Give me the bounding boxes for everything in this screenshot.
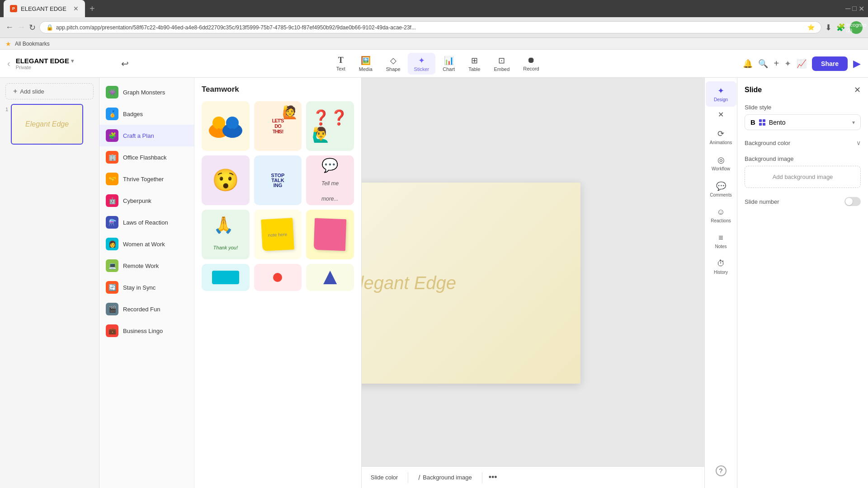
sticker-item-2[interactable]: LET'SDOTHIS! 🙋: [254, 101, 302, 151]
bookmarks-label[interactable]: All Bookmarks: [15, 41, 50, 47]
project-name[interactable]: ELEGANT EDGE ▾: [16, 57, 74, 65]
toolbar: T Text 🖼️ Media ◇ Shape ✦ Sticker 📊 Char…: [138, 53, 737, 75]
media-icon: 🖼️: [361, 56, 371, 66]
minimize-button[interactable]: ─: [845, 5, 850, 13]
category-item-stay-in-sync[interactable]: 🔄 Stay in Sync: [99, 277, 194, 298]
right-panel-item-help[interactable]: ?: [706, 461, 736, 481]
back-button[interactable]: ←: [5, 23, 14, 32]
category-item-remote-work[interactable]: 💻 Remote Work: [99, 255, 194, 277]
close-window-button[interactable]: ✕: [859, 5, 864, 13]
bottom-divider-3: [482, 472, 482, 483]
category-item-laws-of-reaction[interactable]: ⚗️ Laws of Reaction: [99, 211, 194, 233]
category-item-cyberpunk[interactable]: 🤖 Cyberpunk: [99, 190, 194, 211]
app-body: + Add slide 1 Elegant Edge Elegant Edge: [0, 78, 868, 488]
sticker-item-8[interactable]: note here: [254, 210, 302, 259]
bell-icon[interactable]: 🔔: [743, 59, 753, 69]
right-panel-item-design[interactable]: ✦ Design: [706, 81, 736, 107]
toolbar-item-sticker[interactable]: ✦ Sticker: [408, 53, 436, 75]
bg-color-section: Background color ∨: [745, 139, 861, 146]
right-panel-item-history[interactable]: ⏱ History: [706, 254, 736, 279]
toolbar-item-shape[interactable]: ◇ Shape: [380, 53, 407, 75]
sticker-item-10[interactable]: [202, 264, 250, 291]
bg-color-label: Background color: [745, 140, 790, 146]
props-close-button[interactable]: ✕: [854, 85, 861, 95]
category-item-graph-monsters[interactable]: 👾 Graph Monsters: [99, 81, 194, 103]
slide-color-button[interactable]: Slide color: [364, 471, 405, 483]
slide-number-toggle[interactable]: [844, 197, 861, 206]
right-panel-item-reactions[interactable]: ☺ Reactions: [706, 203, 736, 228]
right-panel-item-workflow[interactable]: ◎ Workflow: [706, 150, 736, 176]
category-item-recorded-fun[interactable]: 🎬 Recorded Fun: [99, 298, 194, 320]
extensions-button[interactable]: 🧩: [836, 23, 845, 32]
forward-button[interactable]: →: [17, 23, 25, 32]
category-item-office-flashback[interactable]: 🏢 Office Flashback: [99, 146, 194, 168]
bg-color-expand-icon[interactable]: ∨: [856, 139, 861, 146]
share-button[interactable]: Share: [812, 56, 848, 71]
sticker-item-7[interactable]: 🙏Thank you!: [202, 210, 250, 259]
bg-image-section: Background image Add background image: [745, 155, 861, 188]
category-item-business-lingo[interactable]: 💼 Business Lingo: [99, 320, 194, 342]
window-controls: ─ □ ✕: [845, 5, 864, 13]
category-item-thrive-together[interactable]: 🤝 Thrive Together: [99, 168, 194, 190]
toolbar-item-record[interactable]: ⏺ Record: [517, 53, 545, 74]
svg-point-3: [226, 117, 239, 129]
right-panel-item-notes[interactable]: ≡ Notes: [706, 229, 736, 253]
category-icon-stay-in-sync: 🔄: [106, 281, 118, 294]
category-item-women-at-work[interactable]: 👩 Women at Work: [99, 233, 194, 255]
profile-button[interactable]: Incognito (2): [850, 21, 863, 34]
toolbar-item-embed[interactable]: ⊡ Embed: [487, 53, 516, 75]
right-panel-close-button[interactable]: ✕: [715, 108, 726, 122]
slide-thumbnail[interactable]: Elegant Edge: [11, 104, 83, 145]
sticker-item-11[interactable]: [254, 264, 302, 291]
magic-button[interactable]: ✦: [784, 59, 791, 69]
play-button[interactable]: ▶: [853, 58, 861, 70]
canvas-wrapper: Elegant Edge 👾 Graph Monsters 🏅 Badges 🧩: [99, 78, 704, 488]
extensions-icon: ⭐: [807, 24, 815, 31]
slide-props-panel: Slide ✕ Slide style B Bento: [737, 78, 868, 488]
sticker-item-9[interactable]: [306, 210, 354, 259]
sidebar-toggle-button[interactable]: ‹: [7, 58, 10, 69]
sticker-item-6[interactable]: 💬Tell memore...: [306, 155, 354, 205]
category-icon-graph-monsters: 👾: [106, 86, 118, 99]
sticker-item-3[interactable]: ❓❓🙋‍♂️: [306, 101, 354, 151]
sticker-item-12[interactable]: [306, 264, 354, 291]
category-item-badges[interactable]: 🏅 Badges: [99, 103, 194, 125]
more-options-button[interactable]: •••: [486, 470, 500, 485]
category-item-craft-a-plan[interactable]: 🧩 Craft a Plan: [99, 125, 194, 146]
sticker-item-5[interactable]: STOPTALKING: [254, 155, 302, 205]
bottom-divider-2: [408, 472, 408, 483]
shape-icon: ◇: [390, 56, 396, 66]
bg-image-button[interactable]: / Background image: [412, 471, 478, 484]
search-button[interactable]: 🔍: [758, 59, 768, 69]
toolbar-item-text[interactable]: T Text: [330, 53, 352, 74]
add-button[interactable]: +: [774, 58, 779, 69]
new-tab-button[interactable]: +: [86, 2, 99, 16]
help-icon: ?: [716, 465, 726, 476]
address-bar[interactable]: 🔒 app.pitch.com/app/presentation/58f67c2…: [39, 21, 821, 33]
toolbar-item-chart[interactable]: 📊 Chart: [436, 53, 461, 75]
sticker-item-1[interactable]: [202, 101, 250, 151]
sticker-item-4[interactable]: 😯: [202, 155, 250, 205]
toolbar-item-media[interactable]: 🖼️ Media: [353, 53, 379, 75]
refresh-button[interactable]: ↻: [29, 23, 36, 33]
history-icon: ⏱: [717, 259, 725, 268]
app: ‹ ELEGANT EDGE ▾ Private ↩ T Text 🖼️ Med…: [0, 50, 868, 488]
text-icon: T: [338, 56, 344, 65]
right-panel-item-animations[interactable]: ⟳ Animations: [706, 124, 736, 150]
slides-panel: + Add slide 1 Elegant Edge: [0, 78, 99, 488]
maximize-button[interactable]: □: [852, 5, 857, 13]
workflow-icon: ◎: [717, 155, 725, 165]
slide-number-row: Slide number: [745, 197, 861, 206]
toolbar-item-table[interactable]: ⊞ Table: [462, 53, 486, 75]
tab-close-icon[interactable]: ✕: [73, 5, 79, 12]
download-icon[interactable]: ⬇: [825, 23, 832, 33]
add-bg-image-button[interactable]: Add background image: [745, 166, 861, 188]
browser-extras: ⬇ 🧩 Incognito (2): [825, 21, 863, 34]
active-tab[interactable]: P ELEGANT EDGE ✕: [4, 0, 85, 17]
add-slide-button[interactable]: + Add slide: [5, 83, 94, 99]
category-icon-business-lingo: 💼: [106, 324, 118, 337]
right-panel-item-comments[interactable]: 💬 Comments: [706, 177, 736, 202]
undo-button[interactable]: ↩: [121, 58, 129, 69]
analytics-button[interactable]: 📈: [797, 59, 807, 69]
style-select-control[interactable]: B Bento ▾: [745, 114, 861, 130]
